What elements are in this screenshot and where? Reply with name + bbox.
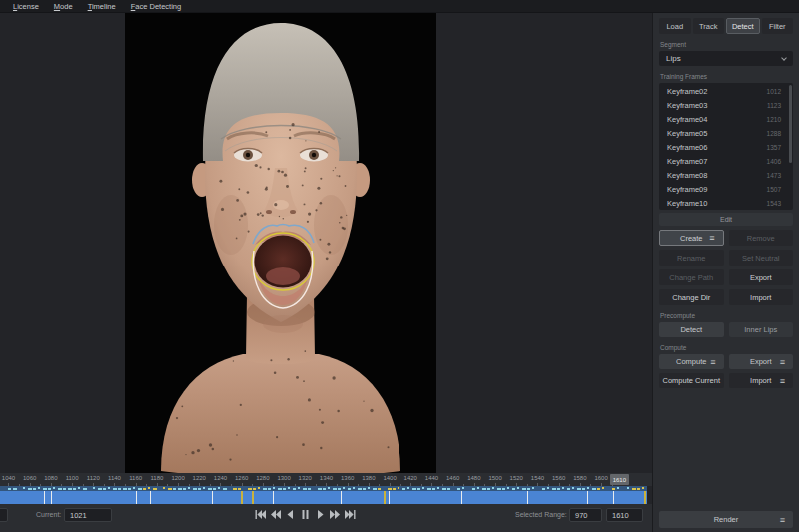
timeline-marker-white[interactable] [136, 491, 137, 504]
fast-forward-button[interactable] [328, 508, 342, 521]
training-frames-list[interactable]: Keyframe021012Keyframe031123Keyframe0412… [659, 83, 793, 210]
bottom-bar: Current: Selected Range: [0, 504, 652, 532]
tab-load[interactable]: Load [659, 18, 691, 34]
edit-button-grid: Create≡RemoveRenameSet NeutralChange Pat… [659, 230, 793, 305]
remove-button[interactable]: Remove [729, 230, 794, 246]
timeline-marker-white[interactable] [341, 491, 342, 504]
range-end-input[interactable] [606, 508, 643, 522]
timeline-marker-white[interactable] [44, 491, 45, 504]
timeline-dash [457, 488, 460, 490]
tab-track[interactable]: Track [693, 18, 725, 34]
keyframe-row[interactable]: Keyframe071406 [659, 154, 793, 168]
skip-to-start-button[interactable] [253, 508, 267, 521]
export-button[interactable]: Export [729, 269, 794, 285]
timeline-dash [417, 488, 420, 490]
timeline-dash [233, 488, 237, 490]
keyframe-row[interactable]: Keyframe061357 [659, 140, 793, 154]
keyframe-row[interactable]: Keyframe031123 [659, 98, 793, 112]
pause-button[interactable] [298, 508, 312, 521]
set-neutral-button[interactable]: Set Neutral [729, 250, 794, 266]
timeline-dash [268, 488, 271, 490]
timeline-dash [472, 488, 475, 490]
keyframe-row[interactable]: Keyframe051288 [659, 126, 793, 140]
import-button[interactable]: Import≡ [729, 373, 794, 388]
change-path-button[interactable]: Change Path [659, 269, 724, 285]
timeline-dash [98, 488, 102, 490]
timeline-dash [308, 488, 311, 490]
timeline-keyframe-marker[interactable] [241, 491, 243, 504]
precompute-buttons: DetectInner Lips [659, 322, 793, 337]
play-button[interactable] [313, 508, 327, 521]
timeline-dash [333, 488, 337, 490]
export-button-label: Export [750, 273, 772, 282]
detect-button[interactable]: Detect [659, 322, 724, 337]
export-button[interactable]: Export≡ [729, 354, 794, 369]
timeline-dash [303, 488, 307, 490]
import-button[interactable]: Import [729, 289, 794, 305]
rewind-button[interactable] [268, 508, 282, 521]
keyframe-row[interactable]: Keyframe091507 [659, 183, 793, 197]
range-start-input[interactable] [569, 508, 602, 522]
menu-icon: ≡ [710, 357, 715, 366]
segment-value: Lips [666, 54, 681, 63]
render-button[interactable]: Render ≡ [659, 511, 793, 528]
timeline-bar[interactable] [0, 486, 647, 504]
compute-current-button[interactable]: Compute Current [659, 373, 724, 388]
ruler-label: 1360 [341, 475, 354, 481]
face-canvas[interactable] [125, 13, 436, 473]
timeline-dash [283, 488, 286, 490]
inner-lips-button[interactable]: Inner Lips [729, 322, 794, 337]
timeline-dash [597, 488, 600, 490]
timeline-keyframe-marker[interactable] [384, 491, 386, 504]
rename-button[interactable]: Rename [659, 250, 724, 266]
skip-to-end-button[interactable] [343, 508, 357, 521]
timeline-marker-white[interactable] [613, 491, 614, 504]
timeline-dash [582, 488, 585, 490]
timeline-dash [178, 488, 182, 490]
timeline-marker-white[interactable] [51, 491, 52, 504]
menu-bar: LicenseModeTimelineFace Detecting [0, 0, 799, 13]
timeline-dash [118, 488, 121, 490]
timeline-marker-white[interactable] [273, 491, 274, 504]
tab-detect[interactable]: Detect [726, 18, 760, 34]
play-backward-button[interactable] [283, 508, 297, 521]
current-frame-input[interactable] [64, 508, 112, 522]
keyframe-name: Keyframe08 [667, 171, 707, 180]
list-scrollbar[interactable] [789, 85, 792, 163]
precompute-label: Precompute [660, 312, 792, 319]
timeline-dash [572, 487, 574, 489]
timeline-marker-white[interactable] [212, 491, 213, 504]
keyframe-row[interactable]: Keyframe101543 [659, 197, 793, 210]
ruler-label: 1380 [362, 475, 375, 481]
timeline-dash [93, 487, 95, 489]
timeline-dash [427, 488, 431, 490]
keyframe-row[interactable]: Keyframe041210 [659, 112, 793, 126]
timeline-dash [58, 488, 62, 490]
timeline-marker-white[interactable] [461, 491, 462, 504]
tab-filter[interactable]: Filter [762, 18, 794, 34]
create-button-label: Create [680, 234, 703, 243]
timeline-marker-white[interactable] [150, 491, 151, 504]
offscreen-frame-input[interactable] [0, 508, 8, 522]
menu-item-timeline[interactable]: Timeline [88, 2, 116, 11]
compute-button[interactable]: Compute≡ [659, 354, 724, 369]
timeline-dash [437, 487, 439, 489]
timeline-keyframe-marker[interactable] [644, 491, 646, 504]
timeline-marker-white[interactable] [587, 491, 588, 504]
keyframe-row[interactable]: Keyframe081473 [659, 169, 793, 183]
menu-item-mode[interactable]: Mode [54, 2, 73, 11]
inner-lips-button-label: Inner Lips [744, 325, 777, 334]
timeline-dash [358, 488, 362, 490]
keyframe-row[interactable]: Keyframe021012 [659, 84, 793, 98]
edit-button[interactable]: Edit [659, 213, 793, 226]
timeline-marker-white[interactable] [389, 491, 390, 504]
frame-ruler[interactable]: 1040106010801100112011401160118012001220… [0, 473, 652, 486]
change-dir-button[interactable]: Change Dir [659, 289, 724, 305]
create-button[interactable]: Create≡ [659, 230, 724, 246]
ruler-label: 1120 [87, 475, 100, 481]
timeline-marker-white[interactable] [527, 491, 528, 504]
timeline-keyframe-marker[interactable] [252, 491, 254, 504]
menu-item-license[interactable]: License [13, 2, 39, 11]
segment-select[interactable]: Lips [659, 51, 793, 66]
menu-item-face-detecting[interactable]: Face Detecting [131, 2, 181, 11]
